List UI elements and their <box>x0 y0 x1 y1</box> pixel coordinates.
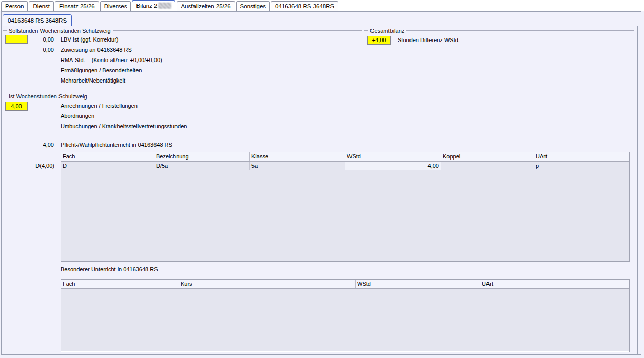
tab-person[interactable]: Person <box>1 1 28 11</box>
cell-wstd: 4,00 <box>345 162 441 170</box>
abordnungen-label: Abordnungen <box>61 113 94 119</box>
col-header-kurs[interactable]: Kurs <box>179 280 356 288</box>
tab-bilanz-label: Bilanz 2 <box>136 3 157 9</box>
col-header-uart[interactable]: UArt <box>534 152 630 161</box>
difference-hours-field[interactable]: +4,00 <box>367 36 391 45</box>
table-row[interactable]: D D/5a 5a 4,00 p <box>61 162 629 170</box>
tab-ausfallzeiten[interactable]: Ausfallzeiten 25/26 <box>177 1 235 11</box>
unterricht-table: Fach Bezeichnung Klasse WStd Koppel UArt… <box>61 152 630 262</box>
col-header-fach[interactable]: Fach <box>61 280 179 288</box>
rma-std-text: RMA-Std. <box>61 57 85 63</box>
umbuchungen-label: Umbuchungen / Krankheitsstellvertretungs… <box>61 123 187 129</box>
cell-koppel <box>441 162 534 170</box>
difference-label: Stunden Differenz WStd. <box>398 37 460 43</box>
ermaessigungen-label: Ermäßigungen / Besonderheiten <box>61 67 142 73</box>
ist-group-title: Ist Wochenstunden Schulzweig <box>7 93 89 100</box>
unterricht-table-header: Fach Bezeichnung Klasse WStd Koppel UArt <box>61 152 629 162</box>
lbv-ist-value: 0,00 <box>23 36 54 43</box>
pflicht-label: Pflicht-/Wahlpflichtunterricht in 041636… <box>61 142 172 148</box>
cell-klasse: 5a <box>250 162 345 170</box>
legend-line <box>406 30 634 31</box>
tab-diverses[interactable]: Diverses <box>100 1 131 11</box>
gesamtbilanz-legend: Gesamtbilanz <box>364 27 634 34</box>
cell-bezeichnung: D/5a <box>154 162 250 170</box>
col-header-wstd[interactable]: WStd <box>356 280 480 288</box>
besonderer-table-header: Fach Kurs WStd UArt <box>61 280 629 289</box>
subject-sum-label: D(4,00) <box>21 163 54 169</box>
mehrarbeit-label: Mehrarbeit/Nebentätigkeit <box>61 77 125 84</box>
application-window: Person Dienst Einsatz 25/26 Diverses Bil… <box>0 0 644 358</box>
col-header-uart[interactable]: UArt <box>480 280 630 288</box>
tab-school-number[interactable]: 04163648 RS 3648RS <box>271 1 338 11</box>
ist-hours-field[interactable]: 4,00 <box>5 102 28 111</box>
legend-line <box>3 96 7 96</box>
soll-group-title: Sollstunden Wochenstunden Schulzweig <box>7 28 113 34</box>
tab-dienst[interactable]: Dienst <box>29 1 54 11</box>
col-header-fach[interactable]: Fach <box>61 152 154 161</box>
soll-group-legend: Sollstunden Wochenstunden Schulzweig <box>3 27 362 34</box>
main-tabbar: Person Dienst Einsatz 25/26 Diverses Bil… <box>0 0 644 11</box>
rma-std-label: RMA-Std.(Konto alt/neu: +0,00/+0,00) <box>61 57 162 63</box>
col-header-klasse[interactable]: Klasse <box>250 152 345 161</box>
rma-konto-text: (Konto alt/neu: +0,00/+0,00) <box>92 57 162 63</box>
col-header-wstd[interactable]: WStd <box>345 152 441 161</box>
col-header-bezeichnung[interactable]: Bezeichnung <box>154 152 250 161</box>
legend-line <box>113 30 362 31</box>
ist-group-legend: Ist Wochenstunden Schulzweig <box>3 93 634 100</box>
tab-sonstiges[interactable]: Sonstiges <box>236 1 270 11</box>
besonderer-table: Fach Kurs WStd UArt <box>61 279 630 352</box>
cell-fach: D <box>61 162 154 170</box>
pflicht-value: 4,00 <box>23 142 54 148</box>
besonderer-title: Besonderer Unterricht in 04163648 RS <box>61 266 158 272</box>
lbv-ist-label: LBV Ist (ggf. Korrektur) <box>61 36 118 43</box>
tab-bilanz-active[interactable]: Bilanz 2 <box>132 0 175 11</box>
cell-uart: p <box>534 162 630 170</box>
legend-line <box>89 96 634 96</box>
zuweisung-value: 0,00 <box>23 47 54 53</box>
subtab-school-active[interactable]: 04163648 RS 3648RS <box>3 14 72 26</box>
anrechnungen-label: Anrechnungen / Freistellungen <box>61 103 138 109</box>
tab-einsatz[interactable]: Einsatz 25/26 <box>55 1 99 11</box>
gesamtbilanz-title: Gesamtbilanz <box>368 28 406 34</box>
legend-line <box>3 30 7 31</box>
zuweisung-label: Zuweisung an 04163648 RS <box>61 47 132 53</box>
legend-line <box>364 30 368 31</box>
col-header-koppel[interactable]: Koppel <box>441 152 534 161</box>
redacted-blur <box>158 3 171 9</box>
